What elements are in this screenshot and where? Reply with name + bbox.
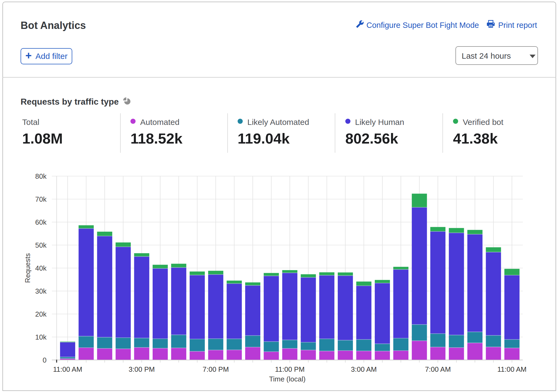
svg-text:20k: 20k [35, 310, 47, 318]
svg-text:Requests: Requests [24, 253, 32, 283]
svg-text:7:00 PM: 7:00 PM [203, 365, 229, 373]
svg-text:Time (local): Time (local) [269, 375, 306, 383]
svg-text:3:00 AM: 3:00 AM [351, 365, 377, 373]
svg-text:10k: 10k [35, 333, 47, 341]
svg-text:80k: 80k [35, 172, 47, 180]
svg-text:70k: 70k [35, 195, 47, 203]
svg-text:11:00 AM: 11:00 AM [497, 365, 527, 373]
svg-text:0: 0 [43, 356, 47, 364]
svg-text:3:00 PM: 3:00 PM [129, 365, 155, 373]
svg-text:7:00 AM: 7:00 AM [425, 365, 451, 373]
svg-text:30k: 30k [35, 287, 47, 295]
svg-text:50k: 50k [35, 241, 47, 249]
svg-text:11:00 PM: 11:00 PM [275, 365, 304, 373]
svg-text:40k: 40k [35, 264, 47, 272]
svg-text:60k: 60k [35, 218, 47, 226]
svg-text:11:00 AM: 11:00 AM [53, 365, 82, 373]
